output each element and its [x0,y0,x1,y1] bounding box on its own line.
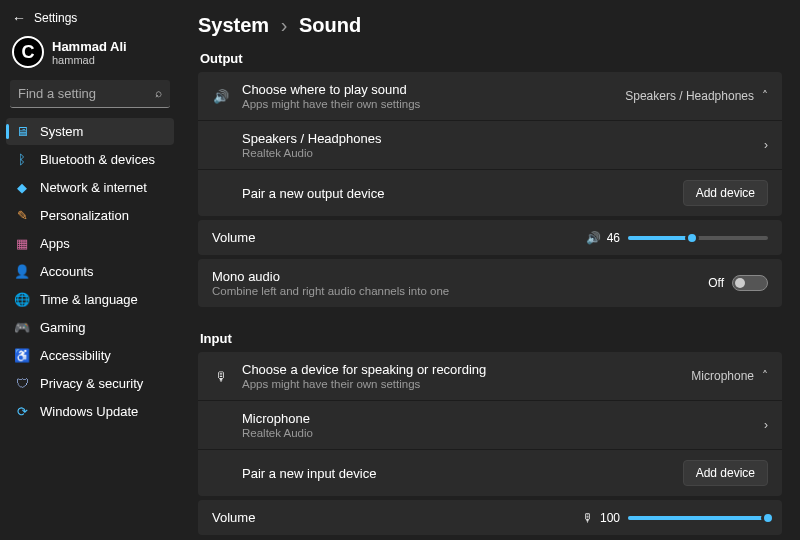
sidebar-item-accounts[interactable]: 👤Accounts [6,258,174,285]
sidebar-item-label: Privacy & security [40,376,143,391]
mono-state: Off [708,276,724,290]
speaker-icon[interactable]: 🔊 [586,231,601,245]
time-icon: 🌐 [14,292,30,307]
sidebar-item-apps[interactable]: ▦Apps [6,230,174,257]
system-icon: 🖥 [14,124,30,139]
mono-sub: Combine left and right audio channels in… [212,285,708,297]
output-device-title: Speakers / Headphones [242,131,764,146]
add-input-device-button[interactable]: Add device [683,460,768,486]
apps-icon: ▦ [14,236,30,251]
input-card: 🎙 Choose a device for speaking or record… [198,352,782,496]
personalization-icon: ✎ [14,208,30,223]
sidebar-item-time-language[interactable]: 🌐Time & language [6,286,174,313]
input-volume-row: Volume 🎙 100 [198,500,782,535]
output-device-row[interactable]: Speakers / Headphones Realtek Audio › [198,121,782,170]
gaming-icon: 🎮 [14,320,30,335]
microphone-icon[interactable]: 🎙 [582,511,594,525]
chevron-right-icon: › [764,418,768,432]
sidebar-item-label: Network & internet [40,180,147,195]
chevron-right-icon: › [764,138,768,152]
input-volume-label: Volume [212,510,582,525]
output-volume-label: Volume [212,230,586,245]
sidebar-item-bluetooth[interactable]: ᛒBluetooth & devices [6,146,174,173]
mono-title: Mono audio [212,269,708,284]
sidebar-item-label: Bluetooth & devices [40,152,155,167]
input-choose-value: Microphone [691,369,754,383]
output-choose-row[interactable]: 🔊 Choose where to play sound Apps might … [198,72,782,121]
sidebar-item-label: Accounts [40,264,93,279]
chevron-up-icon: ˄ [762,89,768,103]
accessibility-icon: ♿ [14,348,30,363]
output-section-label: Output [200,51,782,66]
sidebar-item-accessibility[interactable]: ♿Accessibility [6,342,174,369]
sidebar-item-network[interactable]: ◆Network & internet [6,174,174,201]
shield-icon: 🛡 [14,376,30,391]
output-volume-row: Volume 🔊 46 [198,220,782,255]
sidebar: ← Settings C Hammad Ali hammad ⌕ 🖥System… [0,0,180,540]
window-title: Settings [34,11,77,25]
output-pair-row: Pair a new output device Add device [198,170,782,216]
input-pair-row: Pair a new input device Add device [198,450,782,496]
sidebar-item-label: Windows Update [40,404,138,419]
input-device-row[interactable]: Microphone Realtek Audio › [198,401,782,450]
sidebar-item-label: Accessibility [40,348,111,363]
input-choose-sub: Apps might have their own settings [242,378,691,390]
main-content: System › Sound Output 🔊 Choose where to … [180,0,800,540]
search-icon: ⌕ [155,86,162,100]
input-device-sub: Realtek Audio [242,427,764,439]
bluetooth-icon: ᛒ [14,152,30,167]
sidebar-item-gaming[interactable]: 🎮Gaming [6,314,174,341]
sidebar-item-label: Apps [40,236,70,251]
input-pair-title: Pair a new input device [242,466,683,481]
input-choose-title: Choose a device for speaking or recordin… [242,362,691,377]
sidebar-item-personalization[interactable]: ✎Personalization [6,202,174,229]
network-icon: ◆ [14,180,30,195]
avatar: C [12,36,44,68]
sidebar-item-label: System [40,124,83,139]
output-choose-sub: Apps might have their own settings [242,98,625,110]
breadcrumb-parent[interactable]: System [198,14,269,36]
profile-block[interactable]: C Hammad Ali hammad [6,36,174,80]
output-choose-value: Speakers / Headphones [625,89,754,103]
mono-audio-row: Mono audio Combine left and right audio … [198,259,782,307]
mono-toggle[interactable] [732,275,768,291]
input-volume-slider[interactable] [628,516,768,520]
output-card: 🔊 Choose where to play sound Apps might … [198,72,782,216]
search-input[interactable] [10,80,170,108]
sidebar-item-system[interactable]: 🖥System [6,118,174,145]
input-volume-value: 100 [600,511,620,525]
sidebar-nav: 🖥System ᛒBluetooth & devices ◆Network & … [6,118,174,425]
input-device-title: Microphone [242,411,764,426]
chevron-up-icon: ˄ [762,369,768,383]
profile-email: hammad [52,54,127,66]
output-choose-title: Choose where to play sound [242,82,625,97]
accounts-icon: 👤 [14,264,30,279]
speaker-icon: 🔊 [212,89,230,104]
output-device-sub: Realtek Audio [242,147,764,159]
sidebar-item-privacy[interactable]: 🛡Privacy & security [6,370,174,397]
breadcrumb-current: Sound [299,14,361,36]
add-output-device-button[interactable]: Add device [683,180,768,206]
output-volume-value: 46 [607,231,620,245]
output-volume-slider[interactable] [628,236,768,240]
update-icon: ⟳ [14,404,30,419]
sidebar-item-windows-update[interactable]: ⟳Windows Update [6,398,174,425]
breadcrumb-separator: › [281,14,288,36]
breadcrumb: System › Sound [198,14,782,37]
sidebar-item-label: Time & language [40,292,138,307]
input-section-label: Input [200,331,782,346]
sidebar-item-label: Gaming [40,320,86,335]
sidebar-item-label: Personalization [40,208,129,223]
output-pair-title: Pair a new output device [242,186,683,201]
microphone-icon: 🎙 [212,369,230,384]
back-button[interactable]: ← [12,10,26,26]
input-choose-row[interactable]: 🎙 Choose a device for speaking or record… [198,352,782,401]
profile-name: Hammad Ali [52,39,127,54]
